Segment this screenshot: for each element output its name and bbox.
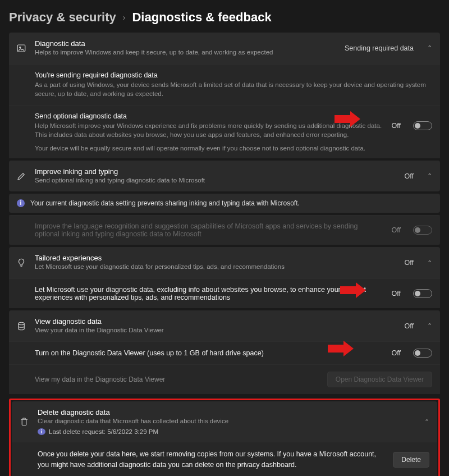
delete-diag-panel: Once you delete your data here, we start… [12, 442, 437, 476]
open-diag-viewer-button: Open Diagnostic Data Viewer [327, 372, 432, 387]
diagnostic-data-status: Sending required data [345, 44, 414, 52]
view-diag-sub-state: Off [392, 349, 401, 357]
tailored-card: Tailored experiences Let Microsoft use y… [9, 247, 440, 308]
last-delete-label: Last delete request: 5/6/2022 3:29 PM [49, 428, 158, 435]
tailored-sub-desc: Let Microsoft use your diagnostic data, … [35, 286, 384, 301]
view-diag-card: View diagnostic data View your data in t… [9, 310, 440, 395]
optional-diag-toggle[interactable] [413, 121, 432, 130]
delete-button[interactable]: Delete [393, 452, 429, 468]
breadcrumb: Privacy & security › Diagnostics & feedb… [0, 0, 449, 33]
chevron-up-icon: ⌃ [424, 418, 429, 425]
optional-diag-desc: Help Microsoft improve your Windows expe… [35, 121, 384, 139]
chevron-up-icon: ⌃ [427, 259, 432, 267]
chevron-up-icon: ⌃ [427, 322, 432, 329]
required-diag-desc: As a part of using Windows, your device … [35, 80, 432, 98]
tailored-sub-panel: Let Microsoft use your diagnostic data, … [9, 278, 440, 308]
pen-icon [16, 171, 27, 181]
tailored-sub-state: Off [392, 290, 401, 298]
inking-subtitle: Send optional inking and typing diagnost… [35, 176, 397, 185]
delete-diag-card: Delete diagnostic data Clear diagnostic … [12, 401, 437, 476]
chevron-right-icon: › [123, 13, 126, 22]
data-icon [16, 321, 27, 331]
inking-info-bar: i Your current diagnostic data setting p… [9, 194, 440, 213]
delete-diag-title: Delete diagnostic data [38, 408, 416, 417]
optional-diag-note: Your device will be equally secure and w… [35, 145, 432, 152]
delete-diag-highlight: Delete diagnostic data Clear diagnostic … [9, 399, 440, 476]
view-diag-sub-panel: Turn on the Diagnostic Data Viewer (uses… [9, 341, 440, 364]
view-diag-sub-desc: Turn on the Diagnostic Data Viewer (uses… [35, 349, 384, 357]
delete-diag-desc: Once you delete your data here, we start… [38, 449, 385, 470]
tailored-sub-toggle[interactable] [413, 289, 432, 298]
diagnostic-data-header[interactable]: Diagnostic data Helps to improve Windows… [9, 33, 440, 64]
inking-sub-toggle [413, 226, 432, 235]
tailored-header[interactable]: Tailored experiences Let Microsoft use y… [9, 247, 440, 278]
inking-sub-card: Improve the language recognition and sug… [9, 215, 440, 245]
inking-sub-state: Off [392, 226, 401, 234]
last-delete-row: i Last delete request: 5/6/2022 3:29 PM [38, 428, 416, 435]
svg-point-1 [20, 47, 21, 48]
required-diag-title: You're sending required diagnostic data [35, 71, 432, 79]
inking-sub-desc: Improve the language recognition and sug… [35, 222, 384, 238]
inking-info-text: Your current diagnostic data setting pre… [30, 199, 300, 207]
delete-diag-subtitle: Clear diagnostic data that Microsoft has… [38, 417, 416, 426]
tailored-subtitle: Let Microsoft use your diagnostic data f… [35, 263, 397, 272]
delete-diag-header[interactable]: Delete diagnostic data Clear diagnostic … [12, 401, 437, 442]
inking-state: Off [405, 172, 414, 180]
chevron-up-icon: ⌃ [427, 172, 432, 180]
view-diag-header[interactable]: View diagnostic data View your data in t… [9, 310, 440, 342]
optional-diag-state: Off [392, 122, 401, 130]
view-diag-state: Off [405, 322, 414, 330]
trash-icon [19, 417, 30, 427]
required-diagnostic-panel: You're sending required diagnostic data … [9, 64, 440, 105]
view-diag-subtitle: View your data in the Diagnostic Data Vi… [35, 326, 397, 335]
view-diag-actions: View my data in the Diagnostic Data View… [9, 364, 440, 394]
diagnostic-data-subtitle: Helps to improve Windows and keep it sec… [35, 48, 337, 57]
view-diag-toggle[interactable] [413, 349, 432, 358]
tailored-title: Tailored experiences [35, 254, 397, 262]
image-icon [16, 43, 27, 53]
optional-diagnostic-panel: Send optional diagnostic data Help Micro… [9, 105, 440, 158]
tailored-state: Off [405, 259, 414, 267]
inking-sub-panel: Improve the language recognition and sug… [9, 215, 440, 245]
inking-typing-header[interactable]: Improve inking and typing Send optional … [9, 161, 440, 192]
breadcrumb-parent[interactable]: Privacy & security [9, 10, 116, 25]
inking-title: Improve inking and typing [35, 167, 397, 176]
lightbulb-icon [16, 258, 27, 268]
inking-typing-card: Improve inking and typing Send optional … [9, 161, 440, 192]
diagnostic-data-title: Diagnostic data [35, 39, 337, 48]
optional-diag-title: Send optional diagnostic data [35, 112, 384, 120]
info-icon: i [38, 428, 45, 435]
svg-point-2 [19, 322, 25, 325]
chevron-up-icon: ⌃ [427, 44, 432, 52]
page-title: Diagnostics & feedback [132, 10, 271, 25]
view-diag-link: View my data in the Diagnostic Data View… [35, 376, 165, 383]
diagnostic-data-card: Diagnostic data Helps to improve Windows… [9, 33, 440, 158]
view-diag-title: View diagnostic data [35, 317, 397, 326]
info-icon: i [17, 199, 25, 207]
